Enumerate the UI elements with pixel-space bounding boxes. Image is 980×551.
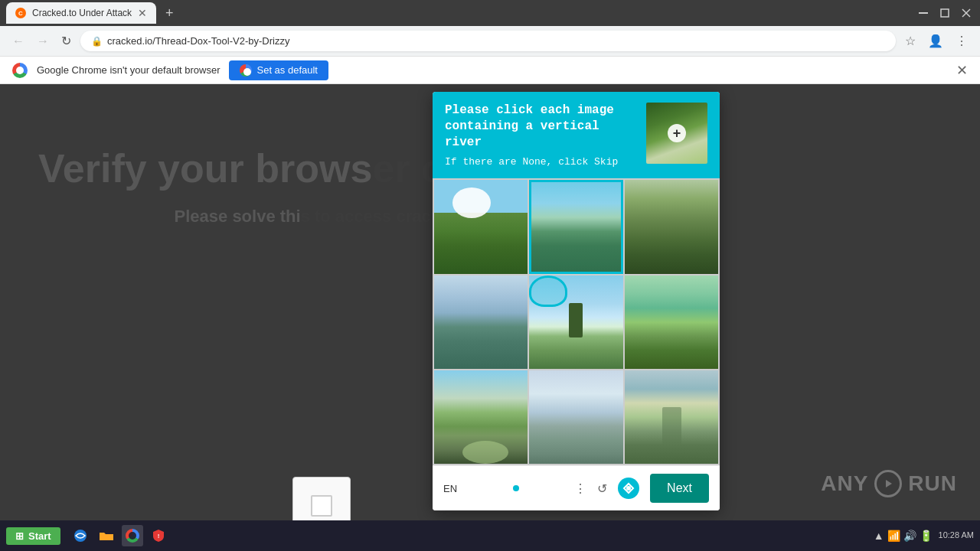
captcha-grid-cell-4[interactable]: [434, 276, 528, 369]
new-tab-button[interactable]: +: [162, 2, 177, 24]
bookmark-icon[interactable]: ☆: [902, 31, 919, 51]
address-bar: ← → ↻ 🔒 cracked.io/Thread-Dox-Tool-V2-by…: [0, 26, 980, 57]
svg-rect-1: [941, 9, 949, 17]
captcha-refresh-icon[interactable]: ↺: [597, 481, 607, 496]
tab-close-button[interactable]: ✕: [138, 7, 147, 19]
anyrun-play-icon: [874, 470, 902, 497]
captcha-grid-cell-2[interactable]: [529, 180, 622, 273]
captcha-checkbox[interactable]: [311, 495, 332, 517]
chrome-logo-icon: [12, 63, 28, 78]
tray-volume-icon[interactable]: 🔊: [903, 530, 916, 542]
captcha-grid-cell-6[interactable]: [625, 276, 718, 369]
captcha-language: EN: [443, 483, 457, 494]
svg-marker-6: [886, 480, 892, 487]
captcha-grid-cell-8[interactable]: [529, 370, 622, 464]
taskbar-folder-icon[interactable]: [96, 525, 117, 546]
captcha-footer: EN ⋮ ↺ Next: [433, 465, 720, 510]
captcha-more-options-icon[interactable]: ⋮: [574, 481, 586, 496]
chrome-small-icon: [240, 64, 252, 77]
tray-expand-icon[interactable]: ▲: [874, 530, 884, 542]
address-bar-actions: ☆ 👤 ⋮: [902, 31, 971, 51]
captcha-widget: Please click each imagecontaining a vert…: [433, 92, 720, 510]
restore-button[interactable]: [937, 8, 952, 18]
captcha-grid-cell-9[interactable]: [625, 370, 718, 464]
clock-time: 10:28 AM: [939, 530, 974, 541]
account-icon[interactable]: 👤: [925, 31, 946, 51]
page-content: Verify your browser on cracked Please so…: [0, 84, 980, 520]
menu-icon[interactable]: ⋮: [952, 31, 971, 51]
svg-text:!: !: [157, 533, 159, 540]
taskbar-antivirus-icon[interactable]: !: [148, 525, 169, 546]
close-button[interactable]: [959, 8, 974, 18]
browser-frame: C Cracked.to Under Attack ✕ + ← → ↻ 🔒 cr…: [0, 0, 980, 551]
captcha-next-button[interactable]: Next: [650, 474, 709, 503]
windows-icon: ⊞: [15, 530, 24, 542]
forward-button[interactable]: →: [34, 31, 52, 51]
captcha-grid-cell-7[interactable]: [434, 370, 528, 464]
tray-icons: ▲ 📶 🔊 🔋: [874, 530, 933, 542]
anyrun-run-text: RUN: [908, 471, 957, 496]
captcha-checkbox-area: [292, 477, 351, 520]
svg-point-5: [626, 486, 631, 491]
tray-battery-icon[interactable]: 🔋: [920, 530, 933, 542]
url-text: cracked.io/Thread-Dox-Tool-V2-by-Drizzy: [107, 35, 289, 47]
title-bar: C Cracked.to Under Attack ✕ +: [0, 0, 980, 26]
progress-dot: [513, 485, 519, 491]
taskbar-ie-icon[interactable]: [70, 525, 91, 546]
taskbar: ⊞ Start: [0, 520, 980, 551]
notification-message: Google Chrome isn't your default browser: [37, 64, 220, 76]
captcha-footer-actions: ⋮ ↺ Next: [574, 474, 709, 503]
captcha-logo-icon: [618, 478, 639, 499]
set-default-button[interactable]: Set as default: [229, 60, 328, 80]
tray-network-icon[interactable]: 📶: [887, 530, 900, 542]
captcha-progress-indicator: [463, 485, 568, 491]
refresh-button[interactable]: ↻: [58, 31, 74, 51]
tab-favicon: C: [15, 8, 26, 18]
url-bar[interactable]: 🔒 cracked.io/Thread-Dox-Tool-V2-by-Drizz…: [80, 31, 896, 51]
system-tray: ▲ 📶 🔊 🔋 10:28 AM: [874, 530, 974, 542]
back-button[interactable]: ←: [9, 31, 28, 51]
minimize-button[interactable]: [916, 8, 931, 18]
taskbar-chrome-icon[interactable]: [122, 525, 143, 546]
system-clock: 10:28 AM: [939, 530, 974, 541]
captcha-plus-icon: +: [668, 124, 686, 142]
start-label: Start: [28, 530, 51, 542]
captcha-grid-cell-1[interactable]: [434, 180, 528, 273]
tab-title: Cracked.to Under Attack: [32, 8, 132, 18]
captcha-thumbnail: +: [646, 103, 707, 164]
captcha-image-grid: [433, 178, 720, 465]
captcha-header: Please click each imagecontaining a vert…: [433, 92, 720, 178]
start-button[interactable]: ⊞ Start: [6, 527, 60, 545]
captcha-subtext: If there are None, click Skip: [445, 156, 637, 168]
anyrun-watermark: ANY RUN: [821, 470, 957, 497]
svg-rect-0: [919, 12, 928, 14]
taskbar-icons: !: [70, 525, 169, 546]
window-controls: [916, 8, 974, 18]
captcha-header-text: Please click each imagecontaining a vert…: [445, 103, 637, 168]
anyrun-text: ANY: [821, 471, 868, 496]
lock-icon: 🔒: [91, 36, 103, 47]
captcha-grid-cell-3[interactable]: [625, 180, 718, 273]
browser-tab[interactable]: C Cracked.to Under Attack ✕: [6, 2, 156, 24]
notification-bar: Google Chrome isn't your default browser…: [0, 57, 980, 84]
notification-close-button[interactable]: ✕: [956, 62, 968, 79]
captcha-instruction: Please click each imagecontaining a vert…: [445, 103, 637, 150]
captcha-grid-cell-5[interactable]: [529, 276, 622, 369]
